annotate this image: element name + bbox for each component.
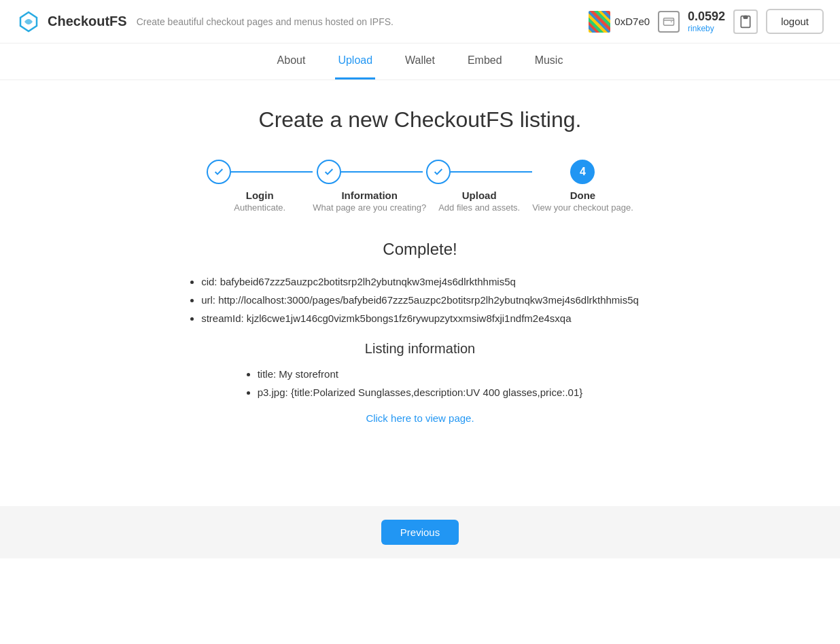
info-list: cid: bafybeid67zzz5auzpc2botitsrp2lh2ybu…	[201, 272, 639, 327]
step-3-circle	[426, 160, 451, 184]
main-content: Create a new CheckoutFS listing. Login A…	[128, 80, 712, 452]
step-2-circle	[317, 160, 341, 184]
main-nav: About Upload Wallet Embed Music	[0, 43, 840, 80]
step-4-labels: Done View your checkout page.	[532, 190, 633, 213]
nav-wallet[interactable]: Wallet	[402, 43, 438, 79]
page-title: Create a new CheckoutFS listing.	[141, 107, 699, 132]
step-3-name: Upload	[438, 190, 520, 201]
logo-text: CheckoutFS	[48, 14, 127, 29]
step-1-top	[207, 160, 313, 184]
step-4-name: Done	[532, 190, 633, 201]
content-area: Complete! cid: bafybeid67zzz5auzpc2botit…	[141, 240, 699, 425]
steps-row: Login Authenticate. Information What pag…	[141, 160, 699, 213]
header-right: 0xD7e0 0.0592 rinkeby logout	[589, 9, 824, 34]
step-3-labels: Upload Add files and assets.	[438, 190, 520, 213]
step-4: 4 Done View your checkout page.	[532, 160, 633, 213]
step-connector-1	[231, 171, 313, 173]
step-2: Information What page are you creating?	[313, 160, 426, 213]
step-4-circle: 4	[570, 160, 595, 184]
step-connector-2	[341, 171, 423, 173]
step-4-desc: View your checkout page.	[532, 202, 633, 213]
title-item: title: My storefront	[258, 365, 583, 383]
streamid-item: streamId: kjzl6cwe1jw146cg0vizmk5bongs1f…	[201, 309, 639, 327]
cid-item: cid: bafybeid67zzz5auzpc2botitsrp2lh2ybu…	[201, 272, 639, 291]
nav-music[interactable]: Music	[532, 43, 566, 79]
balance-area: 0.0592 rinkeby	[688, 10, 725, 33]
identicon-avatar	[589, 11, 610, 33]
header: CheckoutFS Create beautiful checkout pag…	[0, 0, 840, 43]
logo-subtitle: Create beautiful checkout pages and menu…	[137, 16, 393, 27]
wallet-icon	[658, 11, 680, 33]
logout-button[interactable]: logout	[766, 9, 824, 34]
svg-rect-2	[744, 16, 748, 18]
step-2-desc: What page are you creating?	[313, 202, 426, 213]
view-page-link-wrapper: Click here to view page.	[141, 412, 699, 425]
nav-upload[interactable]: Upload	[335, 43, 375, 79]
balance-amount: 0.0592	[688, 10, 725, 24]
step-4-top: 4	[570, 160, 595, 184]
previous-button[interactable]: Previous	[381, 520, 459, 545]
step-2-labels: Information What page are you creating?	[313, 190, 426, 213]
step-connector-3	[451, 171, 532, 173]
step-1-circle	[207, 160, 231, 184]
wallet-address-area: 0xD7e0	[589, 11, 650, 33]
nav-embed[interactable]: Embed	[465, 43, 505, 79]
wallet-address-text: 0xD7e0	[614, 16, 650, 27]
step-3-desc: Add files and assets.	[438, 202, 520, 213]
nav-about[interactable]: About	[275, 43, 309, 79]
url-item: url: http://localhost:3000/pages/bafybei…	[201, 291, 639, 309]
view-page-link[interactable]: Click here to view page.	[366, 412, 474, 424]
step-3-top	[426, 160, 532, 184]
step-1-desc: Authenticate.	[234, 202, 285, 213]
bottom-bar: Previous	[0, 506, 840, 558]
step-1-labels: Login Authenticate.	[234, 190, 285, 213]
logo-area: CheckoutFS Create beautiful checkout pag…	[16, 10, 589, 34]
step-2-top	[317, 160, 423, 184]
step-2-name: Information	[313, 190, 426, 201]
logo-icon	[16, 10, 41, 34]
step-1-name: Login	[234, 190, 285, 201]
listing-info-title: Listing information	[141, 341, 699, 357]
balance-network: rinkeby	[688, 24, 714, 33]
p3-item: p3.jpg: {title:Polarized Sunglasses,desc…	[258, 383, 583, 401]
clipboard-icon[interactable]	[733, 10, 758, 34]
listing-list: title: My storefront p3.jpg: {title:Pola…	[258, 365, 583, 401]
svg-rect-0	[664, 18, 674, 25]
complete-title: Complete!	[141, 240, 699, 259]
step-3: Upload Add files and assets.	[426, 160, 532, 213]
step-1: Login Authenticate.	[207, 160, 313, 213]
